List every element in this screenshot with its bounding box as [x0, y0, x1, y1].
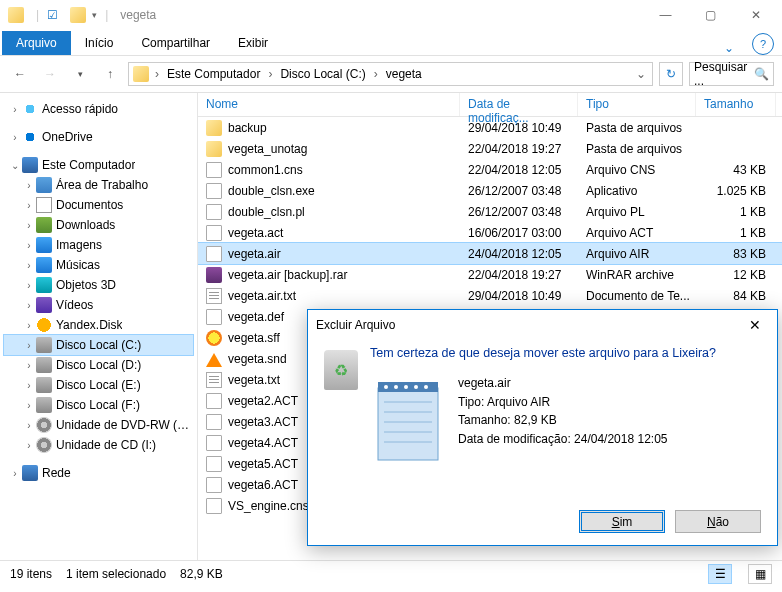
images-icon	[36, 237, 52, 253]
file-type: Arquivo PL	[578, 205, 696, 219]
tree-disk-d[interactable]: Disco Local (D:)	[56, 358, 141, 372]
ribbon-expand-icon[interactable]: ⌄	[714, 41, 744, 55]
file-type: Arquivo AIR	[578, 247, 696, 261]
qat-new-folder-icon[interactable]	[70, 7, 86, 23]
documents-icon	[36, 197, 52, 213]
file-size: 1 KB	[696, 205, 776, 219]
tree-downloads[interactable]: Downloads	[56, 218, 115, 232]
dialog-yes-button[interactable]: Sim	[579, 510, 665, 533]
file-date: 26/12/2007 03:48	[460, 184, 578, 198]
svg-point-3	[394, 385, 398, 389]
file-row[interactable]: vegeta_unotag22/04/2018 19:27Pasta de ar…	[198, 138, 782, 159]
file-icon	[206, 414, 222, 430]
file-name: vegeta.def	[228, 310, 284, 324]
tree-documents[interactable]: Documentos	[56, 198, 123, 212]
tab-share[interactable]: Compartilhar	[127, 31, 224, 55]
svg-point-5	[414, 385, 418, 389]
recent-locations-dropdown[interactable]: ▾	[68, 62, 92, 86]
col-size[interactable]: Tamanho	[696, 93, 776, 116]
icons-view-button[interactable]: ▦	[748, 564, 772, 584]
tree-cd[interactable]: Unidade de CD (I:)	[56, 438, 156, 452]
file-name: double_clsn.pl	[228, 205, 305, 219]
dialog-file-name: vegeta.air	[458, 374, 667, 393]
file-row[interactable]: backup29/04/2018 10:49Pasta de arquivos	[198, 117, 782, 138]
refresh-button[interactable]: ↻	[659, 62, 683, 86]
forward-button[interactable]: →	[38, 62, 62, 86]
tree-videos[interactable]: Vídeos	[56, 298, 93, 312]
address-bar[interactable]: › Este Computador › Disco Local (C:) › v…	[128, 62, 653, 86]
file-name: vegeta.act	[228, 226, 283, 240]
file-icon	[206, 330, 222, 346]
col-type[interactable]: Tipo	[578, 93, 696, 116]
window-icon	[8, 7, 24, 23]
tree-network[interactable]: Rede	[42, 466, 71, 480]
tree-music[interactable]: Músicas	[56, 258, 100, 272]
qat-properties-icon[interactable]: ☑	[47, 8, 58, 22]
objects3d-icon	[36, 277, 52, 293]
file-icon	[206, 204, 222, 220]
file-row[interactable]: vegeta.air24/04/2018 12:05Arquivo AIR83 …	[198, 243, 782, 264]
close-button[interactable]: ✕	[733, 0, 778, 30]
minimize-button[interactable]: —	[643, 0, 688, 30]
breadcrumb-folder[interactable]: vegeta	[382, 65, 426, 83]
file-row[interactable]: common1.cns22/04/2018 12:05Arquivo CNS43…	[198, 159, 782, 180]
dialog-no-button[interactable]: Não	[675, 510, 761, 533]
tree-onedrive[interactable]: OneDrive	[42, 130, 93, 144]
downloads-icon	[36, 217, 52, 233]
dvd-icon	[36, 417, 52, 433]
file-name: vegeta4.ACT	[228, 436, 298, 450]
qat-dropdown-icon[interactable]: ▾	[92, 10, 97, 20]
breadcrumb-pc[interactable]: Este Computador	[163, 65, 264, 83]
disk-icon	[36, 377, 52, 393]
col-name[interactable]: Nome	[198, 93, 460, 116]
file-name: vegeta3.ACT	[228, 415, 298, 429]
navigation-tree[interactable]: ›Acesso rápido ›OneDrive ⌄Este Computado…	[0, 93, 198, 560]
file-row[interactable]: double_clsn.pl26/12/2007 03:48Arquivo PL…	[198, 201, 782, 222]
tree-desktop[interactable]: Área de Trabalho	[56, 178, 148, 192]
file-row[interactable]: vegeta.air.txt29/04/2018 10:49Documento …	[198, 285, 782, 306]
details-view-button[interactable]: ☰	[708, 564, 732, 584]
dialog-close-button[interactable]: ✕	[741, 313, 769, 337]
cd-icon	[36, 437, 52, 453]
tree-disk-e[interactable]: Disco Local (E:)	[56, 378, 141, 392]
file-icon	[206, 141, 222, 157]
yandex-icon	[36, 317, 52, 333]
status-size: 82,9 KB	[180, 567, 223, 581]
file-row[interactable]: vegeta.air [backup].rar22/04/2018 19:27W…	[198, 264, 782, 285]
search-input[interactable]: Pesquisar ... 🔍	[689, 62, 774, 86]
file-size: 1.025 KB	[696, 184, 776, 198]
tab-home[interactable]: Início	[71, 31, 128, 55]
file-row[interactable]: vegeta.act16/06/2017 03:00Arquivo ACT1 K…	[198, 222, 782, 243]
onedrive-icon	[22, 129, 38, 145]
status-bar: 19 itens 1 item selecionado 82,9 KB ☰ ▦	[0, 560, 782, 586]
file-icon	[206, 120, 222, 136]
file-name: VS_engine.cns	[228, 499, 309, 513]
file-name: vegeta5.ACT	[228, 457, 298, 471]
help-button[interactable]: ?	[752, 33, 774, 55]
search-icon: 🔍	[754, 67, 769, 81]
tree-yandex[interactable]: Yandex.Disk	[56, 318, 122, 332]
svg-point-6	[424, 385, 428, 389]
up-button[interactable]: ↑	[98, 62, 122, 86]
file-icon	[206, 162, 222, 178]
tree-this-pc[interactable]: Este Computador	[42, 158, 135, 172]
tree-3d[interactable]: Objetos 3D	[56, 278, 116, 292]
tree-dvd[interactable]: Unidade de DVD-RW (G:)	[56, 418, 193, 432]
tab-file[interactable]: Arquivo	[2, 31, 71, 55]
file-name: vegeta2.ACT	[228, 394, 298, 408]
tree-images[interactable]: Imagens	[56, 238, 102, 252]
back-button[interactable]: ←	[8, 62, 32, 86]
file-row[interactable]: double_clsn.exe26/12/2007 03:48Aplicativ…	[198, 180, 782, 201]
tree-disk-f[interactable]: Disco Local (F:)	[56, 398, 140, 412]
col-date[interactable]: Data de modificaç...	[460, 93, 578, 116]
file-icon	[206, 477, 222, 493]
tree-disk-c[interactable]: Disco Local (C:)	[56, 338, 141, 352]
file-type: Pasta de arquivos	[578, 142, 696, 156]
maximize-button[interactable]: ▢	[688, 0, 733, 30]
file-name: double_clsn.exe	[228, 184, 315, 198]
address-dropdown-icon[interactable]: ⌄	[632, 67, 650, 81]
breadcrumb-disk[interactable]: Disco Local (C:)	[276, 65, 369, 83]
tree-quick-access[interactable]: Acesso rápido	[42, 102, 118, 116]
tab-view[interactable]: Exibir	[224, 31, 282, 55]
file-date: 24/04/2018 12:05	[460, 247, 578, 261]
